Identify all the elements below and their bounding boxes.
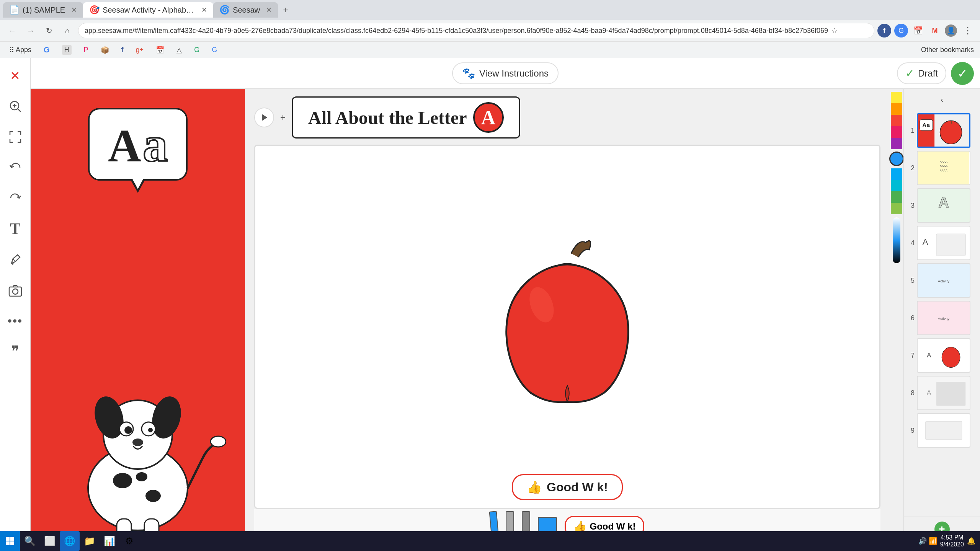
color-yellow[interactable]: [891, 92, 902, 103]
home-button[interactable]: ⌂: [60, 23, 75, 38]
tab-2-close[interactable]: ✕: [201, 6, 207, 14]
profile-ext[interactable]: 👤: [945, 24, 957, 37]
thumbnail-page-5[interactable]: 5 Activity: [907, 263, 977, 298]
menu-button[interactable]: ⋮: [960, 23, 975, 38]
thumbnail-page-3[interactable]: 3 A: [907, 188, 977, 223]
thumbnail-page-4[interactable]: 4 A: [907, 226, 977, 260]
thumb-svg-1: Aa: [918, 114, 969, 147]
view-instructions-button[interactable]: 🐾 View Instructions: [452, 62, 559, 84]
slide-title-text: All About the Letter: [308, 107, 467, 128]
more-tools-button[interactable]: •••: [4, 309, 27, 332]
taskbar-icons-area: 🔊 📶: [918, 537, 937, 545]
taskbar-explorer[interactable]: 📁: [80, 531, 100, 551]
gmail-ext[interactable]: M: [928, 24, 942, 37]
taskbar-taskview[interactable]: ⬜: [40, 531, 60, 551]
new-tab-button[interactable]: +: [278, 2, 293, 18]
top-toolbar: 🐾 View Instructions ✓ Draft ✓: [31, 58, 980, 89]
start-button[interactable]: [0, 531, 20, 551]
right-panel: ‹ 1: [903, 89, 980, 551]
letter-a-outline: a: [143, 117, 168, 172]
redo-button[interactable]: [4, 187, 27, 210]
facebook-ext[interactable]: f: [877, 24, 891, 37]
pen-tool-button[interactable]: [4, 248, 27, 271]
bookmark-g3[interactable]: G: [209, 44, 220, 55]
text-tool-button[interactable]: T: [4, 217, 27, 240]
back-button[interactable]: ←: [5, 23, 20, 38]
forward-button[interactable]: →: [23, 23, 38, 38]
thumbnail-page-2[interactable]: 2 AAAA AAAA AAAA: [907, 151, 977, 185]
taskbar-ppt[interactable]: 📊: [100, 531, 119, 551]
color-cyan[interactable]: [891, 180, 902, 191]
color-red[interactable]: [891, 115, 902, 126]
svg-line-1: [18, 109, 21, 112]
google-ext[interactable]: G: [894, 24, 908, 37]
slide-panel: A a: [31, 89, 245, 551]
svg-text:A: A: [938, 194, 949, 210]
p-icon: P: [84, 46, 88, 54]
thumbnail-page-1[interactable]: 1 A: [907, 113, 977, 148]
tab-1[interactable]: 📄 (1) SAMPLE ✕: [3, 2, 83, 18]
taskbar-icons: 🔍 ⬜ 🌐 📁 📊 ⚙: [20, 531, 139, 551]
cursor-indicator: +: [280, 112, 286, 123]
bookmark-g[interactable]: G: [41, 44, 53, 56]
color-green[interactable]: [891, 191, 902, 203]
thumbnail-page-9[interactable]: 9: [907, 413, 977, 448]
amazon-icon: 📦: [101, 46, 109, 54]
thumb-num-3: 3: [907, 202, 915, 210]
tab-3-favicon: 🌀: [219, 5, 230, 15]
notification-icon[interactable]: 🔔: [967, 537, 975, 545]
tab-2[interactable]: 🎯 Seesaw Activity - Alphabet Slide... ✕: [83, 2, 213, 18]
fullscreen-button[interactable]: [4, 126, 27, 148]
color-light-blue[interactable]: [891, 168, 902, 180]
other-bookmarks[interactable]: Other bookmarks: [921, 46, 974, 54]
thumb-num-4: 4: [907, 239, 915, 247]
bookmark-p[interactable]: P: [81, 44, 91, 55]
color-light-green[interactable]: [891, 203, 902, 214]
taskbar-search[interactable]: 🔍: [20, 531, 40, 551]
taskbar-chrome[interactable]: 🌐: [60, 531, 80, 551]
bookmark-gplus[interactable]: g+: [133, 44, 147, 55]
play-audio-button[interactable]: [254, 108, 274, 127]
bookmark-drive[interactable]: △: [173, 44, 185, 56]
tab-1-close[interactable]: ✕: [71, 6, 77, 14]
bookmark-apps[interactable]: ⠿ Apps: [6, 44, 34, 56]
submit-check-icon: ✓: [957, 66, 968, 81]
svg-point-6: [13, 289, 18, 294]
color-selector-blue[interactable]: [889, 152, 904, 166]
svg-point-17: [145, 490, 161, 502]
thumbnail-page-8[interactable]: 8 A: [907, 376, 977, 410]
apple-content-area[interactable]: 👍 Good W k!: [254, 145, 880, 509]
color-gradient-slider[interactable]: [893, 217, 900, 263]
bookmark-star-icon[interactable]: ☆: [831, 26, 838, 35]
submit-button[interactable]: ✓: [951, 62, 974, 85]
bookmark-g2[interactable]: G: [191, 44, 203, 55]
zoom-in-button[interactable]: [4, 95, 27, 118]
color-orange[interactable]: [891, 103, 902, 115]
bookmark-facebook[interactable]: f: [118, 44, 127, 55]
svg-point-13: [124, 426, 132, 434]
close-tool-button[interactable]: ✕: [4, 64, 27, 87]
thumbnail-page-6[interactable]: 6 Activity: [907, 301, 977, 335]
quote-tool-button[interactable]: ❞: [4, 340, 27, 363]
title-row: + All About the Letter A: [254, 96, 880, 139]
calendar-ext[interactable]: 📅: [911, 24, 925, 37]
tab-3[interactable]: 🌀 Seesaw ✕: [213, 2, 278, 18]
tab-3-close[interactable]: ✕: [266, 6, 272, 14]
thumbnail-page-7[interactable]: 7 A: [907, 338, 977, 373]
taskbar-extra[interactable]: ⚙: [119, 531, 139, 551]
bookmark-amazon[interactable]: 📦: [98, 44, 112, 56]
camera-tool-button[interactable]: [4, 279, 27, 302]
panel-collapse-button[interactable]: ‹: [934, 92, 950, 107]
address-bar[interactable]: app.seesaw.me/#/item/item.caff433c-4a20-…: [78, 23, 874, 38]
instructions-icon: 🐾: [462, 67, 475, 80]
bookmark-h[interactable]: H: [59, 44, 75, 56]
refresh-button[interactable]: ↻: [41, 23, 57, 38]
good-work-badge: 👍 Good W k!: [512, 474, 623, 500]
undo-button[interactable]: [4, 156, 27, 179]
google-bookmark-icon: G: [44, 46, 50, 54]
svg-point-27: [940, 121, 962, 144]
draft-button[interactable]: ✓ Draft: [897, 62, 946, 84]
color-purple[interactable]: [891, 138, 902, 149]
bookmark-calendar[interactable]: 📅: [153, 44, 167, 56]
color-pink[interactable]: [891, 126, 902, 138]
